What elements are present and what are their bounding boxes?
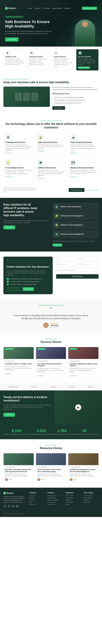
backup-recovery-icon: 💾 <box>70 160 76 166</box>
cyber-security-read-more[interactable]: Read More → <box>38 150 64 152</box>
solutions-cta-button[interactable]: Get Started <box>4 226 15 229</box>
special-desc: Thriving insights, verified domain resea… <box>78 58 97 66</box>
form-layout: " Perfect Solutions For Your Business! M… <box>4 256 98 294</box>
footer-link-positions[interactable]: Open Positions <box>84 495 98 496</box>
solution-privileged-access: 🔑 Privileged Access Management <box>53 212 98 220</box>
explore-all-link[interactable]: Explore All Services <box>86 189 98 191</box>
twitter-icon[interactable]: t <box>8 504 11 508</box>
play-button[interactable]: ▶ <box>75 404 81 410</box>
footer-link-about[interactable]: About Us <box>29 495 44 496</box>
stat-projects: 6,154 Projects and Business Customers in… <box>4 428 29 435</box>
navbar: M Mintech Home Company IT Services News … <box>5 7 97 10</box>
case-studies-tag: Latest Case Studies <box>4 338 98 340</box>
additional-input[interactable] <box>56 268 98 272</box>
solution-software-license-icon: 📦 <box>54 223 59 228</box>
check-item-3: ✓ Employment with your perceptions and p… <box>52 102 99 104</box>
instagram-icon[interactable]: ig <box>16 504 19 508</box>
solution-enterprise-service: ⚙ Enterprise Service Management <box>53 230 98 238</box>
it-consulting-read-more[interactable]: Read More → <box>5 176 32 177</box>
footer-link-careers[interactable]: Careers <box>29 499 44 501</box>
footer-link-benefits[interactable]: Benefits <box>84 499 98 501</box>
footer-link-cyber[interactable]: Cyber Security <box>47 497 62 499</box>
hero-cta-button[interactable]: Get Started <box>5 38 18 42</box>
solutions-contact: If you have any questions or need help, … <box>53 240 98 246</box>
backup-recovery-desc: Effective and affordable backup and reco… <box>70 170 97 175</box>
resource-body-1: IT CONSULTING Five Ways to Develop a Wor… <box>4 465 34 482</box>
resource-avatar-1 <box>5 478 8 481</box>
author-role: CEO, Mintech <box>50 326 59 328</box>
resource-desc-3: We have data-driven solutions for any or… <box>70 474 97 477</box>
resource-avatar-2 <box>37 478 40 481</box>
it-management-read-more[interactable]: Read More → <box>5 152 32 154</box>
case-desc-1: We deliver solutions to address all key … <box>5 366 32 371</box>
linkedin-icon[interactable]: in <box>12 504 15 508</box>
case-tag-2: MONITORING <box>37 348 45 350</box>
footer-link-faqs[interactable]: FAQs <box>65 504 80 505</box>
cloud-computing-read-more[interactable]: Read More → <box>70 152 97 154</box>
hero-title: Safe Business To Ensure High Availabilit… <box>5 20 53 29</box>
solution-software-asset-title: Software Asset Management <box>60 206 81 208</box>
timely-cta-button[interactable]: Find a Plan <box>4 413 15 417</box>
enterprise-desc: We provide enterprise service management… <box>30 58 48 66</box>
case-read-more-3[interactable]: Read More → <box>70 375 78 376</box>
check-item-2: ✓ Providing support to help challenge cr… <box>52 100 99 101</box>
author-info: ★★★★★ John Peter CEO, Mintech <box>50 323 59 328</box>
logo[interactable]: M Mintech <box>5 7 16 10</box>
footer-link-it-mgmt[interactable]: IT Management <box>47 495 62 496</box>
footer-link-blog[interactable]: Blog <box>29 502 44 503</box>
backup-recovery-read-more[interactable]: Read More → <box>70 176 97 177</box>
ensure-cta-button[interactable]: More About It <box>52 106 65 110</box>
solution-software-asset-icon: 🖥 <box>54 204 59 209</box>
case-image-3: NONPROFIT <box>68 347 98 359</box>
email-input[interactable] <box>78 256 98 261</box>
hero-content: MANAGED IT SERVICES Safe Business To Ens… <box>5 15 53 42</box>
case-category-1: IT CONSULTING <box>5 360 32 362</box>
footer-link-case-studies[interactable]: Case Studies <box>65 495 80 496</box>
cloud-computing-desc: Providing comprehensive cloud based IT s… <box>70 144 97 151</box>
footer-link-webinars[interactable]: Webinars <box>65 499 80 501</box>
hero-description: We are experienced in helping businesses… <box>5 30 53 35</box>
footer-link-apply[interactable]: Apply Now <box>84 502 98 503</box>
stat-developers-label: Qualified Developer and Professionals <box>30 434 53 435</box>
case-read-more-2[interactable]: Read More → <box>37 375 45 376</box>
footer-link-team[interactable]: Our Team <box>29 497 44 499</box>
request-demo-button[interactable]: Request A Demo <box>7 287 21 291</box>
form-check-3: ✓ Employment with your perceptions and p… <box>7 283 49 285</box>
footer-link-cloud[interactable]: Cloud Computing <box>47 499 62 501</box>
footer-link-contact[interactable]: Contact Us <box>29 504 44 505</box>
form-panel-description: Mintech has an efficiently managed, full… <box>7 270 49 276</box>
footer-link-data-sheets[interactable]: Data Sheets <box>65 502 80 503</box>
service-it-management: 🖥 IT Management Services Mintech has an … <box>4 133 34 156</box>
website-input[interactable] <box>78 262 98 266</box>
resource-author-2: Admin <box>42 479 45 480</box>
nav-cta-button[interactable]: Request A Quote <box>82 7 97 10</box>
find-solution-button[interactable]: Find Your Solution <box>69 188 84 192</box>
contact-us-button[interactable]: Contact Us <box>53 244 62 246</box>
hero-section: M Mintech Home Company IT Services News … <box>0 0 102 46</box>
phone-input[interactable] <box>56 262 77 266</box>
check-icon-3: ✓ <box>52 102 54 104</box>
get-started-button[interactable]: Get Started <box>23 287 34 291</box>
name-input[interactable] <box>56 256 77 261</box>
footer-col-solutions-title: Solutions <box>47 492 62 494</box>
special-cta-button[interactable]: Get Your Solution <box>78 66 90 69</box>
footer-link-life[interactable]: Life at Mintech <box>84 497 98 499</box>
form-left-panel: " Perfect Solutions For Your Business! M… <box>4 256 53 294</box>
footer-link-software[interactable]: Software Dev <box>47 504 62 505</box>
footer-link-white-papers[interactable]: White Papers <box>65 497 80 499</box>
services-grid: 🖥 IT Management Services Mintech has an … <box>4 133 98 181</box>
facebook-icon[interactable]: f <box>4 504 7 508</box>
services-title: Our technology allows you to offer the l… <box>4 122 98 130</box>
case-read-more-1[interactable]: Read More → <box>5 373 13 374</box>
software-dev-read-more[interactable]: Read More → <box>38 178 64 179</box>
services-footer-text: Trusted by the world's best organization… <box>4 187 37 193</box>
footer-link-consulting[interactable]: IT Consulting <box>47 502 62 503</box>
author-name: John Peter <box>50 324 59 326</box>
hero-person-image <box>71 16 98 46</box>
form-submit-button[interactable]: Submit Request <box>56 274 98 279</box>
partner-4: Bicolor <box>69 386 75 388</box>
solution-software-license-title: Software License Management <box>60 224 83 226</box>
resource-category-2: IT MANAGEMENT <box>37 466 65 468</box>
solution-software-license: 📦 Software License Management <box>53 221 98 229</box>
resource-image-2 <box>36 453 66 465</box>
